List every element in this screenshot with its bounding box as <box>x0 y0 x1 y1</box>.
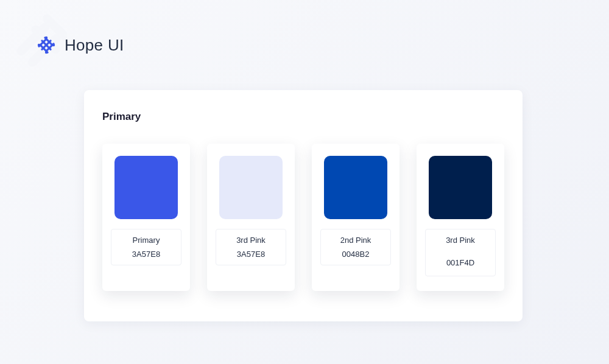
color-panel: Primary Primary 3A57E8 3rd Pink 3A57E8 2… <box>84 90 523 321</box>
section-title: Primary <box>102 111 504 123</box>
swatch-hex: 3A57E8 <box>116 250 176 259</box>
swatch-info: 3rd Pink 001F4D <box>425 229 496 276</box>
swatch-name: Primary <box>116 236 176 245</box>
header: Hope UI <box>37 35 124 55</box>
swatch-hex: 0048B2 <box>326 250 385 259</box>
swatch-name: 3rd Pink <box>221 236 281 245</box>
swatch-color <box>324 156 387 219</box>
swatch-hex: 001F4D <box>431 258 490 267</box>
swatch-card: 3rd Pink 001F4D <box>417 144 504 291</box>
swatch-card: Primary 3A57E8 <box>102 144 190 291</box>
swatch-card: 3rd Pink 3A57E8 <box>207 144 295 291</box>
swatch-color <box>429 156 492 219</box>
swatch-hex: 3A57E8 <box>221 250 281 259</box>
svg-point-13 <box>52 44 55 46</box>
svg-point-12 <box>38 44 40 46</box>
logo-text: Hope UI <box>65 36 124 55</box>
swatch-name: 3rd Pink <box>431 236 490 245</box>
swatch-row: Primary 3A57E8 3rd Pink 3A57E8 2nd Pink … <box>102 144 504 291</box>
svg-point-10 <box>45 37 48 39</box>
swatch-card: 2nd Pink 0048B2 <box>312 144 400 291</box>
svg-point-11 <box>45 51 48 54</box>
swatch-color <box>219 156 283 219</box>
swatch-info: 3rd Pink 3A57E8 <box>216 229 286 265</box>
hope-ui-logo-icon <box>37 35 56 55</box>
swatch-color <box>114 156 178 219</box>
swatch-info: 2nd Pink 0048B2 <box>320 229 391 265</box>
swatch-info: Primary 3A57E8 <box>111 229 181 265</box>
swatch-name: 2nd Pink <box>326 236 385 245</box>
